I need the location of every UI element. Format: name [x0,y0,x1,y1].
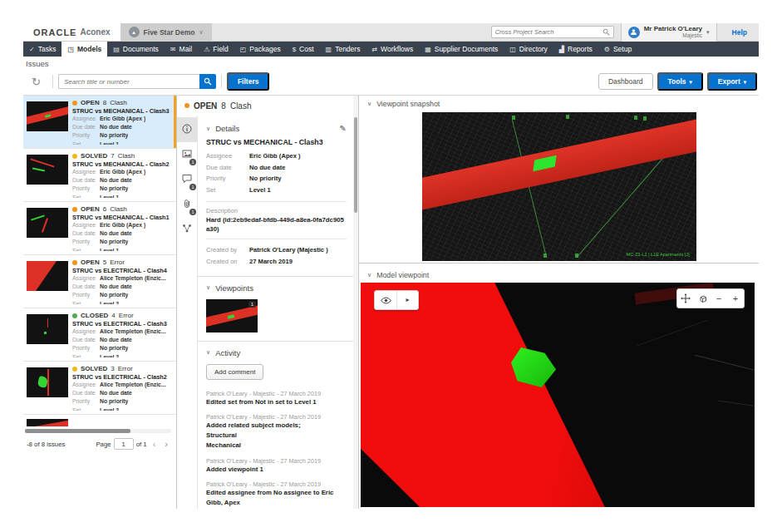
comment-icon: 1 [182,172,192,187]
rail-comments-button[interactable]: 1 [177,167,197,192]
viewport-right-toolbar: − + [676,288,745,308]
cost-icon: $ [293,46,296,53]
viewpoint-thumbnail[interactable]: 1 [206,299,258,332]
issue-card-8[interactable]: OPEN8Clash STRUC vs MECHANICAL - Clash3 … [23,96,176,149]
tab-packages[interactable]: ◰Packages [234,42,287,57]
tab-setup[interactable]: ⚙Setup [598,42,637,57]
tab-tasks[interactable]: ✓Tasks [23,42,61,57]
status-dot [72,207,77,212]
page-total: of 1 [136,441,147,448]
cross-project-search-input[interactable] [495,28,602,36]
tab-label: Directory [519,45,548,53]
packages-icon: ◰ [240,46,247,53]
activity-meta: Patrick O'Leary - Majestic - 27 March 20… [206,390,347,397]
activity-text: Added related subject models; [206,421,347,431]
viewpoints-section-header: ∨ Viewpoints [206,280,347,298]
topbar-right-group: Mr Patrick O'Leary Majestic ▾ Help [491,23,759,41]
rail-details-button[interactable] [177,117,197,142]
setup-icon: ⚙ [604,46,610,53]
status-dot [72,367,77,372]
status-dot [72,101,77,106]
expand-toolbar-button[interactable]: ▸ [396,291,418,309]
edit-icon[interactable]: ✎ [340,124,347,133]
section-title: Viewpoints [215,283,253,293]
mail-icon: ✉ [170,46,176,53]
previous-page-icon[interactable]: ‹ [150,440,160,449]
status-dot [184,103,189,108]
collapse-icon[interactable]: ∨ [206,284,210,291]
issue-card-4[interactable]: CLOSED4Error STRUC vs ELECTRICAL - Clash… [23,308,176,362]
search-icon[interactable] [602,28,610,36]
tab-field[interactable]: ⚠Field [198,42,234,57]
section-title: Model viewpoint [376,271,429,279]
model-3d-viewport[interactable]: ▸ − + [361,283,755,507]
orbit-button[interactable] [694,289,711,308]
rail-viewpoints-button[interactable]: 1 [177,142,197,167]
add-comment-button[interactable]: Add comment [206,364,263,380]
search-button[interactable] [199,74,216,89]
cross-project-search[interactable] [491,26,614,38]
issue-thumbnail [27,314,68,344]
pan-button[interactable] [677,289,694,308]
project-selector[interactable]: ▲ Five Star Demo ∨ [120,23,212,41]
activity-text: Added viewpoint 1 [206,465,347,475]
help-link[interactable]: Help [724,28,755,37]
visibility-button[interactable] [375,291,396,309]
tab-label: Tenders [335,45,360,53]
tab-tenders[interactable]: ▥Tenders [320,42,366,57]
eye-icon [381,297,391,304]
zoom-out-button[interactable]: − [711,289,727,308]
rail-attachments-button[interactable]: 1 [177,192,197,217]
model-watermark: MC-Z1-L1 | L1E Apartments [J] [627,252,690,257]
scrollbar-thumb[interactable] [25,429,130,433]
activity-entry: Patrick O'Leary - Majestic - 27 March 20… [206,480,347,507]
export-button[interactable]: Export▾ [707,72,757,91]
issue-thumbnail [27,101,68,131]
scrollbar-thumb[interactable] [354,117,357,213]
issue-search-input[interactable] [58,74,199,89]
user-menu[interactable]: Mr Patrick O'Leary Majestic ▾ [621,23,717,42]
issue-title: STRUC vs ELECTRICAL - Clash3 [72,320,171,328]
oracle-wordmark: ORACLE [33,27,76,37]
viewpoint-snapshot-header: ∨ Viewpoint snapshot [359,96,759,111]
issue-list-panel: OPEN8Clash STRUC vs MECHANICAL - Clash3 … [23,96,177,509]
tab-cost[interactable]: $Cost [287,42,320,57]
issue-card-partial[interactable] [23,415,176,426]
vertical-scrollbar[interactable] [353,96,358,509]
tab-supplier-documents[interactable]: ▦Supplier Documents [419,42,504,57]
tab-reports[interactable]: ▟Reports [553,42,598,57]
assignee-value: Eric Gibb (Apex ) [249,150,301,162]
dashboard-button[interactable]: Dashboard [598,73,653,90]
tab-documents[interactable]: ▤Documents [107,42,165,57]
caret-down-icon: ▾ [706,29,710,36]
collapse-icon[interactable]: ∨ [206,349,210,356]
horizontal-scrollbar[interactable] [25,429,171,433]
zoom-in-button[interactable]: + [727,289,744,308]
rail-related-items-button[interactable] [177,217,197,242]
model-viewpoint-header: ∨ Model viewpoint [359,264,759,282]
issue-title: STRUC vs MECHANICAL - Clash3 [72,107,171,115]
clash-red-beam [422,116,696,212]
aconex-app-window: ORACLE Aconex ▲ Five Star Demo ∨ Mr Pa [23,23,759,509]
tab-directory[interactable]: ◫Directory [504,42,553,57]
issue-card-6[interactable]: OPEN6Clash STRUC vs MECHANICAL - Clash1 … [23,202,176,255]
issue-card-5[interactable]: OPEN5Error STRUC vs ELECTRICAL - Clash4 … [23,255,176,308]
issue-card-3[interactable]: SOLVED3Error STRUC vs ELECTRICAL - Clash… [23,362,176,415]
tools-button[interactable]: Tools▾ [657,72,703,91]
tab-workflows[interactable]: ⇄Workflows [366,42,419,57]
user-avatar [628,27,640,38]
activity-text: Mechanical [206,441,347,451]
filters-button[interactable]: Filters [227,72,270,91]
field-icon: ⚠ [204,46,209,53]
collapse-icon[interactable]: ∨ [367,101,371,107]
issue-card-7[interactable]: SOLVED7Clash STRUC vs MECHANICAL - Clash… [23,149,176,202]
page-number-input[interactable] [114,438,134,450]
next-page-icon[interactable]: › [161,440,171,449]
collapse-icon[interactable]: ∨ [206,126,210,132]
refresh-icon[interactable]: ↻ [25,76,47,88]
tab-mail[interactable]: ✉Mail [165,42,198,57]
detail-header: OPEN 8 Clash [177,96,358,116]
activity-entry: Patrick O'Leary - Majestic - 27 March 20… [206,457,347,475]
tab-models[interactable]: ◳Models [61,42,107,57]
collapse-icon[interactable]: ∨ [367,272,371,278]
